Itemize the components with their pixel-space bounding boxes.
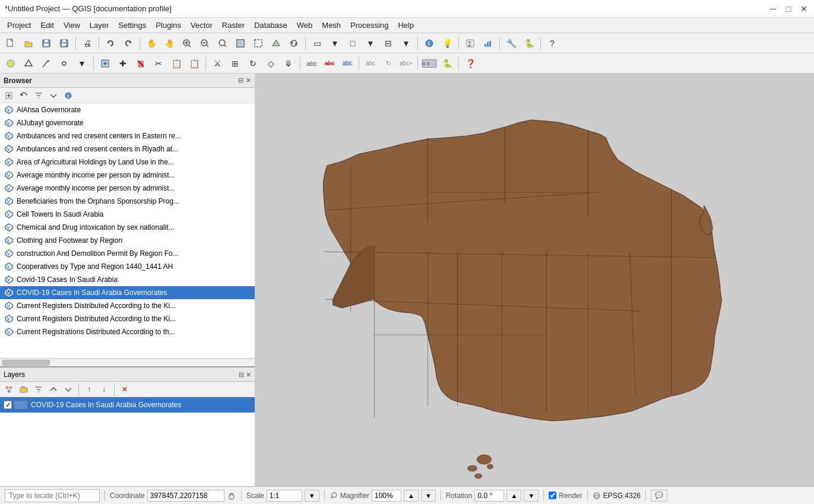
field-calculator-button[interactable]: ≡ ≡ [421,56,438,71]
layers-filter-button[interactable] [32,383,45,395]
layers-remove-button[interactable]: ✕ [118,383,131,395]
messages-button[interactable]: 💬 [651,490,667,502]
browser-filter-button[interactable] [32,90,45,102]
browser-float-button[interactable]: ⊟ [238,77,243,84]
rotation-down-button[interactable]: ▼ [524,490,539,502]
browser-collapse-button[interactable] [47,90,60,102]
pan-button[interactable]: ✋ [143,36,160,51]
menu-database[interactable]: Database [249,20,292,31]
browser-item[interactable]: V AlJubayl governorate [0,116,255,129]
browser-close-button[interactable]: ✕ [246,77,251,84]
layers-close-button[interactable]: ✕ [246,371,251,378]
menu-mesh[interactable]: Mesh [317,20,346,31]
browser-hscroll[interactable] [0,358,255,366]
layers-open-editor-button[interactable] [2,383,15,395]
browser-item[interactable]: V Ambulances and red cresent centers in … [0,142,255,156]
python-button[interactable]: 🐍 [521,36,537,51]
browser-item[interactable]: V Beneficiaries from the Orphans Sponsor… [0,195,255,208]
zoom-full-button[interactable] [232,36,249,51]
cut-feature-button[interactable]: ✂ [150,56,167,71]
split-feature-button[interactable]: ⚔ [209,56,226,71]
menu-layer[interactable]: Layer [85,20,114,31]
add-feature-button[interactable] [97,56,113,71]
redo-button[interactable] [120,36,137,51]
menu-processing[interactable]: Processing [346,20,393,31]
show-hide-labels-button[interactable]: abc [321,56,338,71]
browser-add-button[interactable] [2,90,15,102]
layers-add-group-button[interactable] [17,383,30,395]
browser-item[interactable]: V AlAhsa Governorate [0,103,255,116]
browser-refresh-button[interactable] [17,90,30,102]
menu-raster[interactable]: Raster [217,20,249,31]
layers-float-button[interactable]: ⊟ [239,371,244,378]
magnifier-input[interactable] [372,490,401,502]
browser-item[interactable]: V Average monthly income per person by a… [0,182,255,195]
identify-button[interactable]: i [421,36,438,51]
qgis-help-button[interactable]: ❓ [462,56,479,71]
render-checkbox[interactable] [549,492,556,499]
zoom-native-button[interactable] [214,36,231,51]
browser-item[interactable]: V Current Registers Distributed Accordin… [0,312,255,325]
vertex-dropdown-button[interactable]: ▼ [74,56,90,71]
move-feature-button[interactable]: ✚ [115,56,131,71]
open-project-button[interactable] [20,36,37,51]
rotation-input[interactable] [474,490,504,502]
menu-settings[interactable]: Settings [113,20,151,31]
browser-item[interactable]: V Covid-19 Cases In Saudi Arabia [0,273,255,286]
browser-item[interactable]: V Current Registers Distributed Accordin… [0,299,255,312]
minimize-button[interactable]: ─ [768,4,778,14]
select-dropdown2-button[interactable]: ▼ [362,36,379,51]
rotate-feature-button[interactable]: ↻ [245,56,261,71]
close-button[interactable]: ✕ [799,4,809,14]
locate-input[interactable] [5,489,100,502]
label-more-button[interactable]: abc+ [398,56,414,71]
layer-row[interactable]: COVID-19 Cases In Saudi Arabia Governora… [0,397,255,413]
pin-labels-button[interactable]: abc [303,56,320,71]
reshape-feature-button[interactable]: ◇ [262,56,279,71]
invert-selection-button[interactable]: ⊟ [380,36,397,51]
zoom-selection-button[interactable] [250,36,267,51]
scale-input[interactable] [267,490,302,502]
browser-item[interactable]: V COVID-19 Cases In Saudi Arabia Governo… [0,286,255,299]
move-label-button[interactable]: abc [339,56,356,71]
browser-properties-button[interactable]: i [62,90,75,102]
print-button[interactable]: 🖨 [79,36,96,51]
menu-web[interactable]: Web [292,20,318,31]
label-rotate-button[interactable]: ↻ [380,56,397,71]
paste-feature-button[interactable]: 📋 [186,56,202,71]
browser-item[interactable]: V Area of Agricultural Holdings by Land … [0,156,255,169]
delete-feature-button[interactable] [132,56,149,71]
menu-vector[interactable]: Vector [186,20,217,31]
layer-visibility-checkbox[interactable] [4,401,12,409]
vertex-tool-button[interactable] [56,56,72,71]
select-dropdown-button[interactable]: ▼ [327,36,343,51]
map-canvas[interactable] [255,74,814,486]
statistical-summary-button[interactable] [480,36,496,51]
browser-item[interactable]: V Average monthly income per person by a… [0,169,255,182]
layers-move-down-button[interactable]: ↓ [97,383,110,395]
layers-expand-button[interactable] [47,383,60,395]
merge-features-button[interactable]: ⊞ [227,56,243,71]
map-tips-button[interactable]: 💡 [439,36,455,51]
magnifier-down-button[interactable]: ▼ [421,490,436,502]
current-edits-button[interactable] [2,56,19,71]
pan-native-button[interactable]: 🤚 [161,36,178,51]
open-field-calc-button[interactable]: ∑ [462,36,479,51]
browser-item[interactable]: V construction And Demolition Permit By … [0,247,255,260]
browser-item[interactable]: V Ambulances and red cresent centers in … [0,129,255,142]
edit-vertices-button[interactable] [20,56,37,71]
select-dropdown3-button[interactable]: ▼ [398,36,414,51]
save-project-button[interactable] [38,36,55,51]
rotation-up-button[interactable]: ▲ [506,490,521,502]
new-project-button[interactable] [2,36,19,51]
save-as-button[interactable]: + [56,36,72,51]
menu-view[interactable]: View [59,20,85,31]
coordinate-input[interactable] [147,490,224,502]
menu-edit[interactable]: Edit [36,20,58,31]
magnifier-up-button[interactable]: ▲ [404,490,419,502]
browser-item[interactable]: V Cooperatives by Type and Region 1440_1… [0,260,255,273]
menu-help[interactable]: Help [393,20,419,31]
select-rect-button[interactable]: ▭ [309,36,325,51]
copy-feature-button[interactable]: 📋 [168,56,185,71]
zoom-out-button[interactable] [197,36,213,51]
